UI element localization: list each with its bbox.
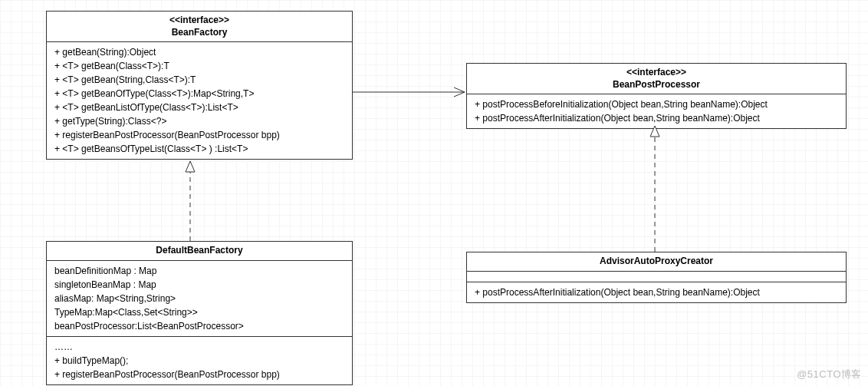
class-name: AdvisorAutoProxyCreator xyxy=(473,256,840,268)
method: …… xyxy=(54,340,344,354)
attribute: TypeMap:Map<Class,Set<String>> xyxy=(54,305,344,319)
method: + registerBeanPostProcessor(BeanPostProc… xyxy=(54,368,344,381)
class-bean-factory: <<interface>> BeanFactory + getBean(Stri… xyxy=(46,11,353,160)
class-bean-post-processor: <<interface>> BeanPostProcessor + postPr… xyxy=(466,63,847,129)
methods-compartment: + getBean(String):Object + <T> getBean(C… xyxy=(47,42,352,159)
method: + getBean(String):Object xyxy=(54,45,344,59)
method: + postProcessBeforeInitialization(Object… xyxy=(475,97,838,111)
attribute: singletonBeanMap : Map xyxy=(54,278,344,292)
watermark: @51CTO博客 xyxy=(797,368,862,381)
method: + postProcessAfterInitialization(Object … xyxy=(475,111,838,125)
class-header: AdvisorAutoProxyCreator xyxy=(467,252,846,272)
class-header: <<interface>> BeanFactory xyxy=(47,12,352,42)
attributes-compartment: beanDefinitionMap : Map singletonBeanMap… xyxy=(47,261,352,337)
class-name: BeanFactory xyxy=(53,27,346,39)
methods-compartment: + postProcessBeforeInitialization(Object… xyxy=(467,94,846,128)
method: + buildTypeMap(); xyxy=(54,354,344,368)
method: + <T> getBean(Class<T>):T xyxy=(54,59,344,73)
class-header: DefaultBeanFactory xyxy=(47,242,352,261)
method: + <T> getBeanListOfType(Class<T>):List<T… xyxy=(54,101,344,114)
stereotype-label: <<interface>> xyxy=(473,67,840,79)
method: + registerBeanPostProcessor(BeanPostProc… xyxy=(54,128,344,142)
method: + postProcessAfterInitialization(Object … xyxy=(475,285,838,299)
empty-compartment xyxy=(467,272,846,282)
attribute: aliasMap: Map<String,String> xyxy=(54,292,344,305)
methods-compartment: …… + buildTypeMap(); + registerBeanPostP… xyxy=(47,337,352,384)
class-advisor-auto-proxy-creator: AdvisorAutoProxyCreator + postProcessAft… xyxy=(466,252,847,303)
methods-compartment: + postProcessAfterInitialization(Object … xyxy=(467,282,846,302)
stereotype-label: <<interface>> xyxy=(53,15,346,27)
method: + getType(String):Class<?> xyxy=(54,114,344,128)
class-name: DefaultBeanFactory xyxy=(53,245,346,257)
attribute: beanPostProcessor:List<BeanPostProcessor… xyxy=(54,319,344,333)
method: + <T> getBean(String,Class<T>):T xyxy=(54,73,344,87)
attribute: beanDefinitionMap : Map xyxy=(54,264,344,278)
class-name: BeanPostProcessor xyxy=(473,79,840,91)
class-header: <<interface>> BeanPostProcessor xyxy=(467,64,846,94)
method: + <T> getBeanOfType(Class<T>):Map<String… xyxy=(54,87,344,101)
method: + <T> getBeansOfTypeList(Class<T> ) :Lis… xyxy=(54,142,344,156)
class-default-bean-factory: DefaultBeanFactory beanDefinitionMap : M… xyxy=(46,241,353,385)
